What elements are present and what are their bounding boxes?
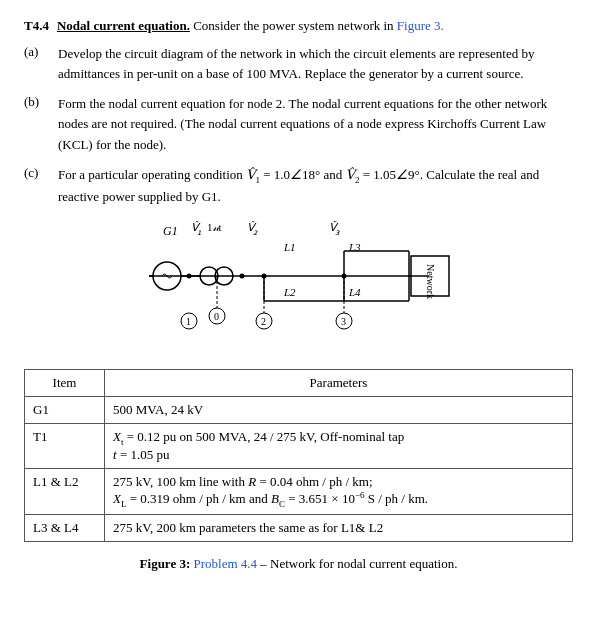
problem-title-block: Nodal current equation. Consider the pow… <box>57 18 444 34</box>
table-row-l3l4: L3 & L4 275 kV, 200 km parameters the sa… <box>25 514 573 541</box>
part-b-content: Form the nodal current equation for node… <box>58 94 573 154</box>
figure-caption-rest: – Network for nodal current equation. <box>257 556 457 571</box>
table-cell-item-l3l4: L3 & L4 <box>25 514 105 541</box>
problem-title: Nodal current equation. <box>57 18 190 33</box>
part-b: (b) Form the nodal current equation for … <box>24 94 573 154</box>
svg-text:1: 1 <box>186 316 191 327</box>
table-row-g1: G1 500 MVA, 24 kV <box>25 397 573 424</box>
table-cell-params-l1l2: 275 kV, 100 km line with R = 0.04 ohm / … <box>105 468 573 514</box>
svg-text:₁: ₁ <box>197 225 201 237</box>
table-cell-params-t1: Xt = 0.12 pu on 500 MVA, 24 / 275 kV, Of… <box>105 424 573 469</box>
table-cell-params-l3l4: 275 kV, 200 km parameters the same as fo… <box>105 514 573 541</box>
svg-text:1𝓃t: 1𝓃t <box>207 221 222 233</box>
svg-text:₂: ₂ <box>253 225 258 237</box>
table-cell-item-g1: G1 <box>25 397 105 424</box>
part-c-content: For a particular operating condition V̂1… <box>58 165 573 208</box>
part-a-content: Develop the circuit diagram of the netwo… <box>58 44 573 84</box>
figure-problem-link[interactable]: Problem 4.4 <box>194 556 258 571</box>
svg-text:L2: L2 <box>283 286 296 298</box>
svg-text:L1: L1 <box>283 241 296 253</box>
svg-text:Network: Network <box>425 264 436 299</box>
problem-number: T4.4 <box>24 18 49 34</box>
problem-title-rest: Consider the power system network in <box>190 18 397 33</box>
figure-caption: Figure 3: Problem 4.4 – Network for noda… <box>24 556 573 572</box>
svg-text:₃: ₃ <box>335 225 340 237</box>
figure-label: Figure 3: <box>140 556 191 571</box>
svg-text:0: 0 <box>214 311 219 322</box>
svg-text:3: 3 <box>341 316 346 327</box>
table-cell-item-l1l2: L1 & L2 <box>25 468 105 514</box>
table-cell-item-t1: T1 <box>25 424 105 469</box>
table-header-params: Parameters <box>105 370 573 397</box>
table-cell-params-g1: 500 MVA, 24 kV <box>105 397 573 424</box>
svg-text:L4: L4 <box>348 286 361 298</box>
table-row-l1l2: L1 & L2 275 kV, 100 km line with R = 0.0… <box>25 468 573 514</box>
part-c-label: (c) <box>24 165 50 208</box>
circuit-diagram: G1 V̂ ₁ 1𝓃t V̂ ₂ V̂ ₃ L1 L2 L3 L4 <box>24 221 573 351</box>
svg-text:2: 2 <box>261 316 266 327</box>
figure3-link[interactable]: Figure 3. <box>397 18 444 33</box>
part-b-label: (b) <box>24 94 50 154</box>
part-a: (a) Develop the circuit diagram of the n… <box>24 44 573 84</box>
part-c: (c) For a particular operating condition… <box>24 165 573 208</box>
parameters-table: Item Parameters G1 500 MVA, 24 kV T1 Xt … <box>24 369 573 542</box>
part-a-label: (a) <box>24 44 50 84</box>
svg-point-17 <box>239 274 244 279</box>
table-header-item: Item <box>25 370 105 397</box>
table-row-t1: T1 Xt = 0.12 pu on 500 MVA, 24 / 275 kV,… <box>25 424 573 469</box>
svg-text:G1: G1 <box>163 224 178 238</box>
